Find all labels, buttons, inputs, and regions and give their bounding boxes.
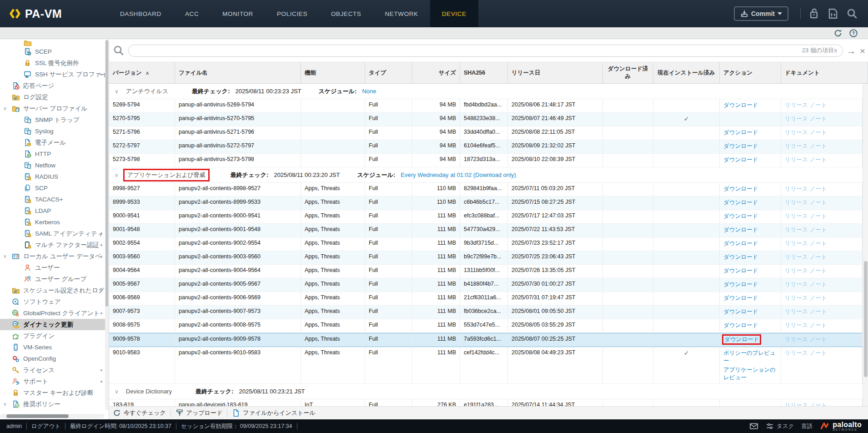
table-row[interactable]: 9003-9560panupv2-all-contents-9003-9560A… — [109, 251, 863, 265]
release-notes-link[interactable]: リリース ノート — [785, 115, 827, 123]
table-row[interactable]: 5269-5794panup-all-antivirus-5269-5794Fu… — [109, 99, 863, 113]
sidebar-item-VM-Series[interactable]: VM-Series — [0, 342, 105, 353]
clear-filter-icon[interactable]: × — [860, 46, 865, 55]
sidebar-item-サポート[interactable]: サポート — [0, 376, 105, 387]
action-link[interactable]: アプリケーションのレビュー — [723, 366, 777, 382]
table-row[interactable]: 183-619panup-all-deviceid-183-619IoTFull… — [109, 399, 863, 406]
download-link[interactable]: ダウンロード — [723, 185, 758, 193]
apply-filter-arrow-icon[interactable]: → — [847, 46, 856, 55]
column-header[interactable]: ファイル名 — [175, 62, 301, 83]
sidebar-item-ダイナミック更新[interactable]: ダイナミック更新 — [0, 319, 105, 330]
sidebar-item-電子メール[interactable]: 電子メール — [0, 137, 105, 148]
table-row[interactable]: 8999-9533panupv2-all-contents-8999-9533A… — [109, 196, 863, 210]
download-link[interactable]: ダウンロード — [724, 336, 759, 342]
save-config-icon[interactable] — [827, 8, 839, 20]
download-link[interactable]: ダウンロード — [723, 240, 758, 247]
tab-dashboard[interactable]: DASHBOARD — [108, 0, 173, 27]
table-row[interactable]: 9010-9583panupv2-all-contents-9010-9583A… — [109, 347, 863, 384]
release-notes-link[interactable]: リリース ノート — [785, 185, 827, 193]
download-link[interactable]: ダウンロード — [723, 212, 758, 220]
sidebar-item-OpenConfig[interactable]: OpenConfig — [0, 353, 105, 364]
release-notes-link[interactable]: リリース ノート — [785, 336, 827, 343]
tasks-button[interactable]: タスク — [766, 422, 794, 430]
sidebar-hscroll-thumb[interactable] — [6, 414, 69, 418]
column-header[interactable]: ダウンロード済み — [603, 62, 653, 83]
table-row[interactable]: 9005-9567panupv2-all-contents-9005-9567A… — [109, 278, 863, 292]
section-title[interactable]: アプリケーションおよび脅威 — [123, 169, 210, 181]
release-notes-link[interactable]: リリース ノート — [785, 142, 827, 150]
language-button[interactable]: 言語 — [801, 423, 813, 430]
table-row[interactable]: 5270-5795panup-all-antivirus-5270-5795Fu… — [109, 113, 863, 126]
download-link[interactable]: ダウンロード — [723, 101, 758, 109]
column-header[interactable]: 現在インストール済み — [653, 62, 720, 83]
sidebar-item-SSH-サービス-プロファイル[interactable]: SSH サービス プロファイル — [0, 69, 105, 80]
sidebar-item-SNMP-トラップ[interactable]: SNMP トラップ — [0, 114, 105, 126]
sidebar-item-ログ設定[interactable]: ログ設定 — [0, 91, 105, 103]
download-link[interactable]: ダウンロード — [723, 253, 758, 261]
table-row[interactable]: 9006-9569panupv2-all-contents-9006-9569A… — [109, 292, 863, 306]
table-row[interactable]: 5273-5798panup-all-antivirus-5273-5798Fu… — [109, 154, 863, 167]
column-header[interactable]: リリース日 — [508, 62, 603, 83]
section-collapse-icon[interactable]: ∨ — [115, 388, 119, 395]
schedule-link[interactable]: Every Wednesday at 01:02 (Download only) — [401, 171, 516, 178]
sidebar-horizontal-scrollbar[interactable] — [0, 414, 104, 418]
sidebar-item-RADIUS[interactable]: RADIUS — [0, 171, 105, 182]
table-row[interactable]: 9001-9548panupv2-all-contents-9001-9548A… — [109, 224, 863, 237]
upload-button[interactable]: アップロード — [176, 409, 223, 417]
sidebar-item-ライセンス[interactable]: ライセンス — [0, 364, 105, 376]
sidebar-vscroll-thumb[interactable] — [105, 40, 108, 307]
release-notes-link[interactable]: リリース ノート — [785, 253, 827, 261]
section-title[interactable]: アンチウイルス — [123, 86, 171, 96]
tab-monitor[interactable]: MONITOR — [211, 0, 265, 27]
table-row[interactable]: 9004-9564panupv2-all-contents-9004-9564A… — [109, 265, 863, 278]
section-collapse-icon[interactable]: ∨ — [115, 88, 119, 95]
sidebar-item-Kerberos[interactable]: Kerberos — [0, 216, 105, 228]
download-link[interactable]: ダウンロード — [723, 226, 758, 234]
notifications-envelope-icon[interactable] — [749, 422, 758, 431]
release-notes-link[interactable]: リリース ノート — [785, 240, 827, 247]
table-row[interactable]: 9002-9554panupv2-all-contents-9002-9554A… — [109, 237, 863, 251]
schedule-link[interactable]: None — [362, 88, 376, 95]
download-link[interactable]: ダウンロード — [723, 142, 758, 150]
sidebar-item-HTTP[interactable]: HTTP — [0, 148, 105, 160]
sidebar-item-ソフトウェア[interactable]: ソフトウェア — [0, 296, 105, 307]
download-link[interactable]: ダウンロード — [723, 267, 758, 275]
download-link[interactable]: ダウンロード — [723, 308, 758, 316]
chevron-expand-icon[interactable]: ∨ — [3, 106, 7, 111]
release-notes-link[interactable]: リリース ノート — [785, 199, 827, 206]
sidebar-item-ローカル-ユーザー-データベ[interactable]: ∨ローカル ユーザー データベ — [0, 251, 105, 262]
sidebar-item-スケジュール設定されたログ[interactable]: スケジュール設定されたログ — [0, 285, 105, 296]
tab-network[interactable]: NETWORK — [373, 0, 430, 27]
sidebar-item-マルチ-ファクター認証[interactable]: マルチ ファクター認証 — [0, 239, 105, 251]
release-notes-link[interactable]: リリース ノート — [785, 349, 827, 357]
download-link[interactable]: ダウンロード — [723, 199, 758, 206]
download-link[interactable]: ダウンロード — [723, 129, 758, 136]
sidebar-item-Netflow[interactable]: Netflow — [0, 160, 105, 171]
table-row[interactable]: 8998-9527panupv2-all-contents-8998-9527A… — [109, 183, 863, 196]
download-link[interactable]: ダウンロード — [723, 156, 758, 164]
chevron-expand-icon[interactable]: ∨ — [3, 401, 7, 407]
table-scrollbar[interactable] — [863, 84, 868, 406]
sidebar-item-SCEP[interactable]: SCEP — [0, 46, 105, 57]
column-header[interactable]: アクション — [720, 62, 781, 83]
section-collapse-icon[interactable]: ∨ — [115, 172, 119, 178]
download-link[interactable]: ダウンロード — [723, 322, 758, 329]
commit-button[interactable]: Commit — [734, 6, 788, 21]
install-from-file-button[interactable]: ファイルからインストール — [232, 409, 315, 417]
release-notes-link[interactable]: リリース ノート — [785, 226, 827, 234]
release-notes-link[interactable]: リリース ノート — [785, 281, 827, 288]
section-title[interactable]: Device Dictionary — [123, 387, 175, 396]
column-header[interactable]: タイプ — [365, 62, 412, 83]
sidebar-item-プラグイン[interactable]: プラグイン — [0, 330, 105, 342]
download-link[interactable]: ダウンロード — [723, 294, 758, 302]
help-icon[interactable]: ? — [849, 29, 858, 38]
table-row[interactable]: 9009-9578panupv2-all-contents-9009-9578A… — [109, 333, 863, 347]
refresh-icon[interactable] — [833, 29, 843, 38]
table-row[interactable]: 9008-9575panupv2-all-contents-9008-9575A… — [109, 319, 863, 333]
sidebar-vertical-scrollbar[interactable] — [105, 40, 109, 410]
release-notes-link[interactable]: リリース ノート — [785, 101, 827, 109]
release-notes-link[interactable]: リリース ノート — [785, 212, 827, 220]
sidebar-item-ユーザー[interactable]: ユーザー — [0, 262, 105, 273]
column-header[interactable]: バージョン∧ — [109, 62, 175, 83]
sidebar-item-clipped[interactable] — [0, 40, 105, 46]
